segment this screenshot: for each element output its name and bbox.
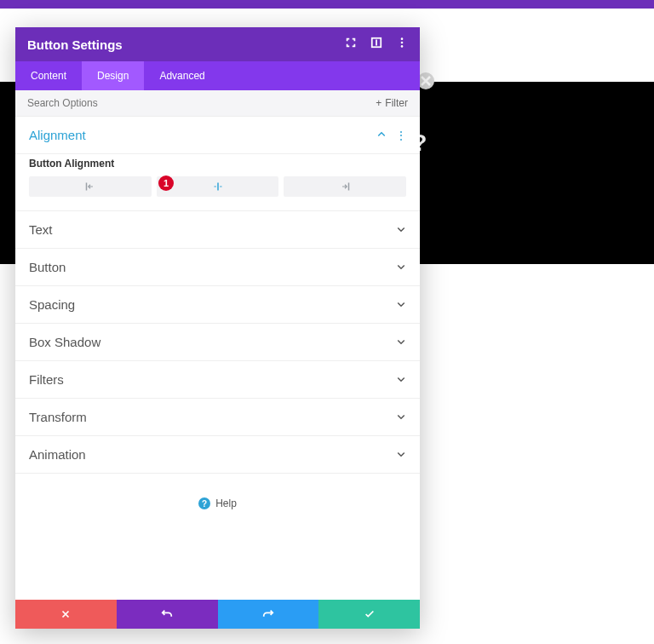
undo-icon (161, 608, 173, 620)
section-transform[interactable]: Transform (15, 399, 420, 436)
section-spacing[interactable]: Spacing (15, 286, 420, 324)
expand-icon[interactable] (345, 37, 357, 52)
alignment-body: Button Alignment 1 (15, 154, 420, 211)
button-alignment-label: Button Alignment (29, 158, 406, 170)
section-filters[interactable]: Filters (15, 361, 420, 399)
svg-rect-7 (348, 183, 350, 191)
section-label: Button (29, 260, 66, 274)
kebab-icon[interactable] (396, 37, 408, 52)
chevron-down-icon (396, 447, 406, 462)
section-animation[interactable]: Animation (15, 436, 420, 474)
section-label: Filters (29, 372, 64, 387)
chevron-down-icon (396, 260, 406, 274)
chevron-up-icon (376, 128, 387, 142)
kebab-icon[interactable]: ⋮ (395, 129, 406, 142)
svg-rect-6 (217, 183, 219, 191)
top-accent-bar (0, 0, 654, 9)
section-label: Box Shadow (29, 335, 100, 349)
save-button[interactable] (318, 600, 420, 629)
section-button[interactable]: Button (15, 249, 420, 286)
align-left-icon (85, 181, 95, 192)
align-right-icon (340, 181, 350, 192)
panel-footer (15, 600, 420, 629)
close-icon (60, 608, 72, 620)
chevron-down-icon (396, 335, 406, 349)
filter-button[interactable]: + Filter (376, 97, 408, 109)
button-settings-panel: Button Settings Content Design Advanced … (15, 27, 420, 629)
tab-design[interactable]: Design (82, 61, 144, 90)
panel-tabs: Content Design Advanced (15, 61, 420, 90)
chevron-down-icon (396, 222, 406, 237)
panel-header: Button Settings (15, 27, 420, 61)
tab-content[interactable]: Content (15, 61, 82, 90)
snap-icon[interactable] (370, 37, 382, 52)
search-row: + Filter (15, 90, 420, 117)
chevron-down-icon (396, 410, 406, 424)
redo-icon (262, 608, 274, 620)
undo-button[interactable] (117, 600, 218, 629)
step-badge: 1 (158, 175, 174, 191)
align-center-icon (213, 181, 223, 192)
plus-icon: + (376, 97, 382, 109)
sections-list: Alignment ⋮ Button Alignment 1 (15, 117, 420, 600)
svg-rect-1 (376, 40, 377, 46)
section-label: Transform (29, 410, 87, 424)
help-row[interactable]: ? Help (15, 474, 420, 533)
align-center-option[interactable] (157, 176, 279, 197)
help-label: Help (215, 497, 237, 509)
chevron-down-icon (396, 372, 406, 387)
close-icon[interactable] (417, 72, 434, 89)
help-icon: ? (198, 497, 210, 509)
section-label: Alignment (29, 128, 86, 142)
section-box-shadow[interactable]: Box Shadow (15, 324, 420, 361)
chevron-down-icon (396, 297, 406, 312)
align-right-option[interactable] (284, 176, 406, 197)
section-alignment[interactable]: Alignment ⋮ (15, 117, 420, 154)
svg-point-2 (401, 37, 404, 40)
svg-point-3 (401, 42, 404, 44)
svg-point-4 (401, 45, 404, 48)
check-icon (364, 608, 376, 620)
cancel-button[interactable] (15, 600, 117, 629)
redo-button[interactable] (218, 600, 319, 629)
search-input[interactable] (27, 97, 255, 109)
alignment-options: 1 (29, 176, 406, 197)
section-label: Text (29, 222, 53, 237)
section-text[interactable]: Text (15, 211, 420, 249)
section-label: Spacing (29, 297, 75, 312)
panel-title: Button Settings (27, 37, 123, 52)
tab-advanced[interactable]: Advanced (144, 61, 220, 90)
section-label: Animation (29, 447, 86, 462)
svg-rect-5 (86, 183, 88, 191)
filter-label: Filter (385, 97, 408, 109)
align-left-option[interactable] (29, 176, 152, 197)
